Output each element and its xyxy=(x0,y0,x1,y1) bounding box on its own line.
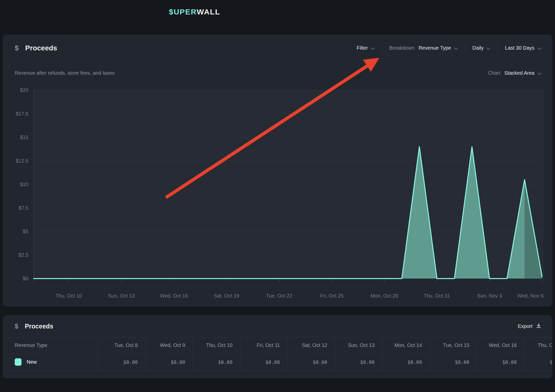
table-header-row: Revenue TypeTue, Oct 8Wed, Oct 9Thu, Oct… xyxy=(3,337,552,354)
table-card-header: $ Proceeds Export xyxy=(3,316,552,337)
chart-card-header: $ Proceeds Filter Breakdown Revenue Type xyxy=(3,35,552,61)
filter-label: Filter xyxy=(357,45,368,51)
proceeds-table: Revenue TypeTue, Oct 8Wed, Oct 9Thu, Oct… xyxy=(3,337,552,371)
table-row: New$0.00$0.00$0.00$0.00$0.00$0.00$0.00$0… xyxy=(3,354,552,371)
export-button[interactable]: Export xyxy=(518,323,541,330)
value-cell: $0.00 xyxy=(477,354,524,370)
superwall-logo: $UPERWALL xyxy=(169,8,220,16)
breakdown-dropdown[interactable]: Breakdown Revenue Type xyxy=(389,45,458,51)
column-header-date: Thu, Oct 17 xyxy=(524,337,552,353)
chart-type-value: Stacked Area xyxy=(504,70,534,76)
chart-type-dropdown[interactable]: Chart Stacked Area xyxy=(488,70,541,76)
column-header-revenue-type: Revenue Type xyxy=(3,337,98,353)
proceeds-chart-card: $ Proceeds Filter Breakdown Revenue Type xyxy=(3,35,552,306)
dashboard-page: $UPERWALL $ Proceeds Filter Breakdown Re… xyxy=(0,0,555,392)
column-header-date: Fri, Oct 11 xyxy=(240,337,288,353)
divider xyxy=(465,44,465,52)
export-label: Export xyxy=(518,323,532,329)
value-cell: $0.00 xyxy=(382,354,430,370)
chevron-down-icon xyxy=(371,45,375,51)
chart-subtitle: Revenue after refunds, store fees, and t… xyxy=(15,70,115,76)
proceeds-table-card: $ Proceeds Export Revenue TypeTue, Oct 8… xyxy=(3,315,552,378)
dollar-icon: $ xyxy=(15,323,18,330)
column-header-date: Tue, Oct 8 xyxy=(98,337,145,353)
breakdown-value: Revenue Type xyxy=(418,45,451,51)
date-range-dropdown[interactable]: Last 30 Days xyxy=(505,45,541,51)
granularity-value: Daily xyxy=(472,45,484,51)
chevron-down-icon xyxy=(538,45,541,51)
divider xyxy=(497,44,498,52)
logo-dollar-part: $UPER xyxy=(169,8,197,16)
column-header-date: Sun, Oct 13 xyxy=(335,337,382,353)
column-header-date: Thu, Oct 10 xyxy=(193,337,240,353)
column-header-date: Sat, Oct 12 xyxy=(288,337,335,353)
table-card-title: Proceeds xyxy=(25,323,53,330)
logo-wall-part: WALL xyxy=(197,8,220,16)
row-label-cell: New xyxy=(3,354,98,370)
value-cell: $0.00 xyxy=(335,354,382,370)
column-header-date: Wed, Oct 9 xyxy=(145,337,193,353)
value-cell: $0.00 xyxy=(193,354,240,370)
chart-controls: Filter Breakdown Revenue Type Daily xyxy=(357,44,541,52)
column-header-date: Wed, Oct 16 xyxy=(477,337,524,353)
value-cell: $0.00 xyxy=(524,354,552,370)
column-header-date: Mon, Oct 14 xyxy=(382,337,430,353)
value-cell: $0.00 xyxy=(240,354,288,370)
value-cell: $0.00 xyxy=(98,354,145,370)
chevron-down-icon xyxy=(538,70,541,76)
date-range-value: Last 30 Days xyxy=(505,45,534,51)
chevron-down-icon xyxy=(487,45,490,51)
column-header-date: Tue, Oct 15 xyxy=(430,337,477,353)
value-cell: $0.00 xyxy=(430,354,477,370)
download-icon xyxy=(536,323,541,330)
value-cell: $0.00 xyxy=(288,354,335,370)
breakdown-label: Breakdown xyxy=(389,45,414,51)
series-color-swatch xyxy=(15,358,22,366)
chart-type-label: Chart xyxy=(488,70,500,76)
value-cell: $0.00 xyxy=(145,354,193,370)
chart-subtitle-row: Revenue after refunds, store fees, and t… xyxy=(15,70,541,76)
chart-card-title: Proceeds xyxy=(25,44,57,52)
filter-dropdown[interactable]: Filter xyxy=(357,45,375,51)
granularity-dropdown[interactable]: Daily xyxy=(472,45,490,51)
chevron-down-icon xyxy=(454,45,458,51)
divider xyxy=(382,44,382,52)
row-label: New xyxy=(27,359,37,365)
dollar-icon: $ xyxy=(15,44,19,52)
